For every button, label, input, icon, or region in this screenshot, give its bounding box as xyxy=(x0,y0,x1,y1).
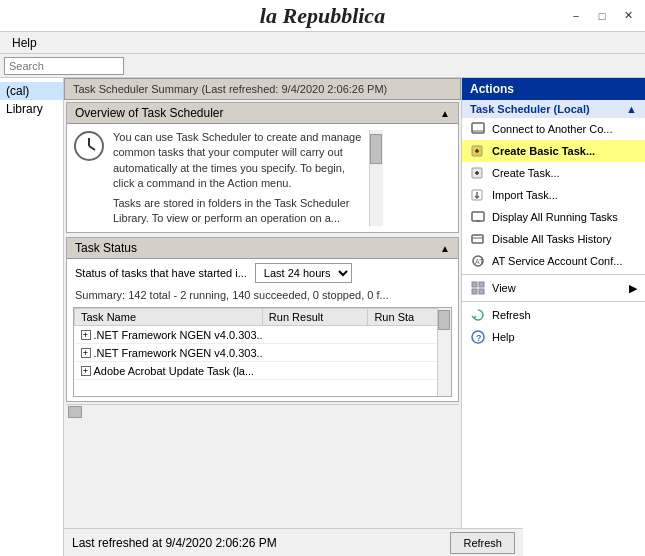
expand-icon[interactable]: + xyxy=(81,330,91,340)
title-bar: la Repubblica − □ ✕ xyxy=(0,0,645,32)
task-row-icon: + Adobe Acrobat Update Task (la... xyxy=(81,365,255,377)
actions-panel: Actions Task Scheduler (Local) ▲ Connect… xyxy=(461,78,645,556)
refresh-icon xyxy=(470,307,486,323)
action-label-create: Create Task... xyxy=(492,167,560,179)
disable-icon xyxy=(470,231,486,247)
search-input[interactable] xyxy=(4,57,124,75)
action-label-refresh: Refresh xyxy=(492,309,531,321)
overview-panel: Overview of Task Scheduler ▲ You can use… xyxy=(66,102,459,233)
submenu-arrow-icon: ▶ xyxy=(629,282,637,295)
action-item-help[interactable]: ? Help xyxy=(462,326,645,348)
col-task-name[interactable]: Task Name xyxy=(75,309,263,326)
action-label-display: Display All Running Tasks xyxy=(492,211,618,223)
run-result-1 xyxy=(262,326,368,344)
actions-section-header[interactable]: Task Scheduler (Local) ▲ xyxy=(462,100,645,118)
horizontal-scrollbar[interactable] xyxy=(66,404,459,418)
menu-item-help[interactable]: Help xyxy=(4,34,45,52)
action-item-connect[interactable]: Connect to Another Co... xyxy=(462,118,645,140)
maximize-button[interactable]: □ xyxy=(593,7,611,25)
action-submenu-view: View ▶ xyxy=(492,282,637,295)
action-item-display[interactable]: Display All Running Tasks xyxy=(462,206,645,228)
app-title: la Repubblica xyxy=(260,0,385,32)
table-row[interactable]: + .NET Framework NGEN v4.0.303... xyxy=(75,344,451,362)
refresh-button[interactable]: Refresh xyxy=(450,532,515,554)
status-bar: Last refreshed at 9/4/2020 2:06:26 PM Re… xyxy=(64,528,523,556)
task-status-panel-header: Task Status ▲ xyxy=(67,238,458,259)
svg-rect-21 xyxy=(472,289,477,294)
center-content: Task Scheduler Summary (Last refreshed: … xyxy=(64,78,461,556)
help-icon: ? xyxy=(470,329,486,345)
table-row[interactable]: + .NET Framework NGEN v4.0.303... xyxy=(75,326,451,344)
separator-1 xyxy=(462,274,645,275)
sidebar-item-library[interactable]: Library xyxy=(0,100,63,118)
display-icon xyxy=(470,209,486,225)
svg-rect-22 xyxy=(479,289,484,294)
import-icon xyxy=(470,187,486,203)
last-refreshed-text: Last refreshed at 9/4/2020 2:06:26 PM xyxy=(72,536,277,550)
overview-icon xyxy=(73,130,105,162)
task-table: Task Name Run Result Run Sta + .NET Fram… xyxy=(74,308,451,380)
summary-text: Summary: 142 total - 2 running, 140 succ… xyxy=(67,287,458,303)
actions-title: Actions xyxy=(462,78,645,100)
window-controls: − □ ✕ xyxy=(567,7,637,25)
overview-collapse-btn[interactable]: ▲ xyxy=(440,108,450,119)
task-table-container: Task Name Run Result Run Sta + .NET Fram… xyxy=(73,307,452,397)
action-label-view: View xyxy=(492,282,516,294)
sidebar-item-local[interactable]: (cal) xyxy=(0,82,63,100)
task-status-panel: Task Status ▲ Status of tasks that have … xyxy=(66,237,459,402)
action-item-disable[interactable]: Disable All Tasks History xyxy=(462,228,645,250)
action-item-create-basic[interactable]: Create Basic Task... xyxy=(462,140,645,162)
action-label-import: Import Task... xyxy=(492,189,558,201)
task-name-1: .NET Framework NGEN v4.0.303... xyxy=(94,329,263,341)
status-row: Status of tasks that have started i... L… xyxy=(67,259,458,287)
at-service-icon: AT xyxy=(470,253,486,269)
menu-bar: Help xyxy=(0,32,645,54)
toolbar xyxy=(0,54,645,78)
svg-rect-13 xyxy=(472,212,484,221)
actions-section-label: Task Scheduler (Local) xyxy=(470,103,590,115)
summary-header: Task Scheduler Summary (Last refreshed: … xyxy=(64,78,461,100)
run-result-2 xyxy=(262,344,368,362)
table-row[interactable]: + Adobe Acrobat Update Task (la... xyxy=(75,362,451,380)
svg-line-2 xyxy=(89,146,95,150)
connect-icon xyxy=(470,121,486,137)
separator-2 xyxy=(462,301,645,302)
minimize-button[interactable]: − xyxy=(567,7,585,25)
overview-content: You can use Task Scheduler to create and… xyxy=(67,124,458,232)
action-item-refresh[interactable]: Refresh xyxy=(462,304,645,326)
action-item-create[interactable]: Create Task... xyxy=(462,162,645,184)
action-item-import[interactable]: Import Task... xyxy=(462,184,645,206)
main-layout: (cal) Library Task Scheduler Summary (La… xyxy=(0,78,645,556)
create-icon xyxy=(470,165,486,181)
svg-rect-15 xyxy=(472,235,483,243)
view-icon xyxy=(470,280,486,296)
expand-icon[interactable]: + xyxy=(81,348,91,358)
svg-text:?: ? xyxy=(476,333,482,343)
action-item-at-service[interactable]: AT AT Service Account Conf... xyxy=(462,250,645,272)
task-status-collapse-btn[interactable]: ▲ xyxy=(440,243,450,254)
col-run-result[interactable]: Run Result xyxy=(262,309,368,326)
action-label-disable: Disable All Tasks History xyxy=(492,233,612,245)
status-dropdown[interactable]: Last 24 hours Last hour Last week Last m… xyxy=(255,263,352,283)
expand-icon[interactable]: + xyxy=(81,366,91,376)
table-scrollbar-v[interactable] xyxy=(437,308,451,396)
svg-rect-20 xyxy=(479,282,484,287)
run-result-3 xyxy=(262,362,368,380)
task-name-2: .NET Framework NGEN v4.0.303... xyxy=(94,347,263,359)
action-item-view[interactable]: View ▶ xyxy=(462,277,645,299)
overview-panel-header: Overview of Task Scheduler ▲ xyxy=(67,103,458,124)
task-row-icon: + .NET Framework NGEN v4.0.303... xyxy=(81,347,263,359)
action-label-create-basic: Create Basic Task... xyxy=(492,145,595,157)
status-label: Status of tasks that have started i... xyxy=(75,267,247,279)
action-label-connect: Connect to Another Co... xyxy=(492,123,612,135)
overview-text: You can use Task Scheduler to create and… xyxy=(113,130,361,226)
overview-scrollbar[interactable] xyxy=(369,130,383,226)
action-label-help: Help xyxy=(492,331,515,343)
close-button[interactable]: ✕ xyxy=(619,7,637,25)
sidebar: (cal) Library xyxy=(0,78,64,556)
svg-text:AT: AT xyxy=(475,258,484,265)
overview-title: Overview of Task Scheduler xyxy=(75,106,224,120)
action-label-at-service: AT Service Account Conf... xyxy=(492,255,622,267)
svg-rect-19 xyxy=(472,282,477,287)
collapse-arrow-icon: ▲ xyxy=(626,103,637,115)
